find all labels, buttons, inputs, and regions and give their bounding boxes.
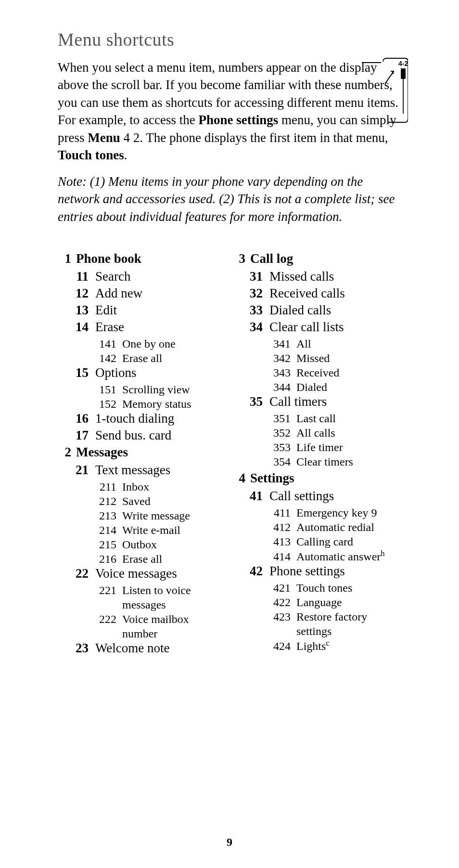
menu-label: Add new — [95, 286, 142, 301]
menu-label: Write message — [122, 508, 227, 523]
menu-code: 35 — [243, 394, 263, 409]
menu-label: Saved — [122, 494, 227, 508]
menu-subitem: 152Memory status — [92, 397, 227, 411]
menu-item: 23Welcome note — [69, 641, 227, 656]
menu-subitem: 343Received — [267, 365, 401, 380]
menu-code: 12 — [69, 286, 89, 301]
menu-subitem: 422Language — [267, 595, 401, 609]
menu-code: 17 — [69, 428, 89, 443]
menu-subitem: 353Life timer — [267, 440, 401, 454]
menu-code: 414 — [267, 549, 291, 564]
menu-subitem: 342Missed — [267, 351, 401, 365]
menu-code: 213 — [92, 508, 116, 523]
menu-subitem: 341All — [267, 337, 401, 351]
menu-label: Missed calls — [269, 269, 334, 284]
menu-label: Welcome note — [95, 641, 170, 656]
menu-subitem: 413Calling card — [267, 534, 401, 549]
menu-item: 12Add new — [69, 286, 227, 301]
menu-code: 411 — [267, 505, 291, 520]
menu-columns: 1Phone book11Search12Add new13Edit14Eras… — [58, 249, 401, 658]
menu-item: 41Call settings — [243, 489, 401, 504]
menu-label: Clear call lists — [269, 320, 344, 335]
menu-label: Dialed calls — [269, 303, 331, 318]
menu-code: 421 — [267, 581, 291, 595]
menu-label: Call log — [250, 251, 293, 266]
illustration-label: 4-2 — [398, 60, 408, 67]
menu-section: 1Phone book — [58, 251, 227, 266]
page-number: 9 — [0, 836, 459, 849]
menu-column-right: 3Call log31Missed calls32Received calls3… — [232, 249, 401, 658]
menu-code: 32 — [243, 286, 263, 301]
menu-item: 11Search — [69, 269, 227, 284]
menu-item: 13Edit — [69, 303, 227, 318]
menu-item: 17Send bus. card — [69, 428, 227, 443]
menu-code: 142 — [92, 351, 116, 365]
menu-code: 152 — [92, 397, 116, 411]
menu-subitem: 423Restore factory settings — [267, 609, 401, 638]
note-paragraph: Note: (1) Menu items in your phone vary … — [58, 173, 401, 225]
menu-code: 424 — [267, 639, 291, 653]
menu-subitem: 211Inbox — [92, 479, 227, 494]
menu-label: Voice messages — [95, 566, 177, 581]
menu-label: Erase — [95, 320, 124, 335]
menu-code: 141 — [92, 337, 116, 351]
menu-label: Received — [296, 365, 401, 380]
menu-section: 4Settings — [232, 471, 401, 486]
menu-label: Text messages — [95, 463, 170, 478]
svg-rect-3 — [401, 69, 405, 78]
menu-code: 23 — [69, 641, 89, 656]
intro-paragraph: When you select a menu item, numbers app… — [58, 59, 401, 164]
menu-subitem: 354Clear timers — [267, 454, 401, 469]
menu-label: Edit — [95, 303, 117, 318]
menu-code: 11 — [69, 269, 89, 284]
menu-subitem: 412Automatic redial — [267, 520, 401, 534]
menu-code: 34 — [243, 320, 263, 335]
menu-code: 353 — [267, 440, 291, 454]
menu-code: 3 — [232, 251, 245, 266]
menu-subitem: 221Listen to voice messages — [92, 583, 227, 612]
menu-label: Life timer — [296, 440, 401, 454]
menu-code: 21 — [69, 463, 89, 478]
menu-label: Last call — [296, 411, 401, 426]
menu-code: 31 — [243, 269, 263, 284]
menu-subitem: 344Dialed — [267, 380, 401, 394]
menu-label: Voice mailbox number — [122, 612, 227, 641]
menu-section: 2Messages — [58, 445, 227, 460]
menu-label: 1-touch dialing — [95, 411, 174, 426]
menu-code: 354 — [267, 454, 291, 469]
menu-code: 221 — [92, 583, 116, 597]
menu-label: Phone book — [76, 251, 141, 266]
menu-item: 31Missed calls — [243, 269, 401, 284]
menu-label: Send bus. card — [95, 428, 171, 443]
menu-label: Clear timers — [296, 454, 401, 469]
menu-subitem: 414Automatic answerh — [267, 549, 401, 564]
menu-subitem: 351Last call — [267, 411, 401, 426]
menu-code: 4 — [232, 471, 245, 486]
menu-code: 13 — [69, 303, 89, 318]
menu-item: 15Options — [69, 365, 227, 380]
menu-label: Calling card — [296, 534, 401, 549]
menu-code: 212 — [92, 494, 116, 508]
menu-subitem: 212Saved — [92, 494, 227, 508]
menu-label: Emergency key 9 — [296, 505, 401, 520]
menu-subitem: 142Erase all — [92, 351, 227, 365]
menu-code: 352 — [267, 426, 291, 440]
menu-code: 22 — [69, 566, 89, 581]
menu-code: 423 — [267, 609, 291, 624]
menu-label: All calls — [296, 426, 401, 440]
menu-item: 22Voice messages — [69, 566, 227, 581]
menu-label: Call timers — [269, 394, 327, 409]
menu-code: 211 — [92, 479, 116, 494]
menu-code: 413 — [267, 534, 291, 549]
menu-code: 1 — [58, 251, 71, 266]
menu-label: Dialed — [296, 380, 401, 394]
menu-code: 41 — [243, 489, 263, 504]
menu-subitem: 215Outbox — [92, 537, 227, 552]
menu-code: 16 — [69, 411, 89, 426]
menu-item: 14Erase — [69, 320, 227, 335]
menu-subitem: 214Write e-mail — [92, 523, 227, 537]
menu-code: 412 — [267, 520, 291, 534]
menu-label: Listen to voice messages — [122, 583, 227, 612]
svg-line-1 — [385, 71, 394, 83]
menu-label: Inbox — [122, 479, 227, 494]
